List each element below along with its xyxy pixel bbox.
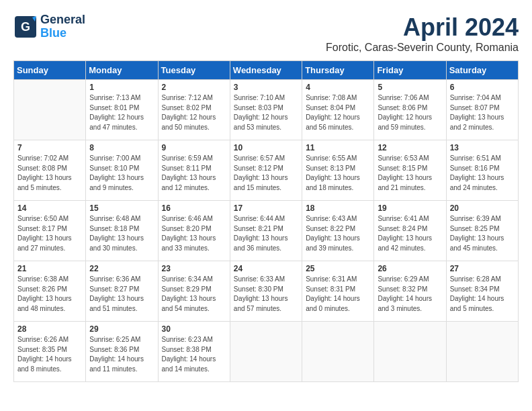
calendar-cell: 6Sunrise: 7:04 AMSunset: 8:07 PMDaylight…: [446, 80, 518, 140]
day-info: Sunrise: 6:53 AMSunset: 8:15 PMDaylight:…: [378, 154, 442, 193]
calendar-cell: 23Sunrise: 6:34 AMSunset: 8:29 PMDayligh…: [158, 261, 230, 322]
day-number: 17: [234, 203, 298, 213]
day-info: Sunrise: 6:28 AMSunset: 8:34 PMDaylight:…: [450, 275, 515, 314]
day-number: 6: [450, 83, 515, 92]
calendar-cell: 26Sunrise: 6:29 AMSunset: 8:32 PMDayligh…: [374, 261, 446, 322]
calendar-cell: 22Sunrise: 6:36 AMSunset: 8:27 PMDayligh…: [86, 261, 158, 322]
day-number: 3: [234, 83, 298, 92]
day-info: Sunrise: 6:50 AMSunset: 8:17 PMDaylight:…: [17, 214, 82, 253]
day-info: Sunrise: 6:48 AMSunset: 8:18 PMDaylight:…: [89, 214, 154, 253]
day-number: 12: [378, 143, 442, 152]
logo-text-line1: General: [40, 13, 85, 27]
calendar-cell: 10Sunrise: 6:57 AMSunset: 8:12 PMDayligh…: [230, 140, 302, 201]
calendar-cell: 30Sunrise: 6:23 AMSunset: 8:38 PMDayligh…: [158, 322, 230, 382]
calendar-week-3: 14Sunrise: 6:50 AMSunset: 8:17 PMDayligh…: [14, 201, 519, 261]
logo-icon: G: [13, 15, 38, 39]
weekday-header-monday: Monday: [86, 61, 158, 80]
day-number: 15: [89, 203, 154, 213]
weekday-header-sunday: Sunday: [14, 61, 86, 80]
day-info: Sunrise: 6:26 AMSunset: 8:35 PMDaylight:…: [17, 335, 82, 374]
day-number: 5: [378, 83, 442, 92]
day-number: 28: [17, 324, 82, 334]
day-info: Sunrise: 6:31 AMSunset: 8:31 PMDaylight:…: [306, 275, 370, 314]
calendar-cell: 15Sunrise: 6:48 AMSunset: 8:18 PMDayligh…: [86, 201, 158, 261]
calendar-cell: 17Sunrise: 6:44 AMSunset: 8:21 PMDayligh…: [230, 201, 302, 261]
calendar-cell: 8Sunrise: 7:00 AMSunset: 8:10 PMDaylight…: [86, 140, 158, 201]
day-number: 10: [234, 143, 298, 152]
weekday-header-thursday: Thursday: [302, 61, 374, 80]
weekday-header-saturday: Saturday: [446, 61, 518, 80]
svg-text:G: G: [21, 20, 30, 34]
day-number: 2: [162, 83, 226, 92]
calendar-cell: 2Sunrise: 7:12 AMSunset: 8:02 PMDaylight…: [158, 80, 230, 140]
day-number: 19: [378, 203, 442, 213]
calendar-cell: 9Sunrise: 6:59 AMSunset: 8:11 PMDaylight…: [158, 140, 230, 201]
main-title: April 2024: [326, 13, 519, 42]
calendar-cell: [14, 80, 86, 140]
calendar-cell: 25Sunrise: 6:31 AMSunset: 8:31 PMDayligh…: [302, 261, 374, 322]
day-info: Sunrise: 6:41 AMSunset: 8:24 PMDaylight:…: [378, 214, 442, 253]
weekday-header-friday: Friday: [374, 61, 446, 80]
day-info: Sunrise: 6:29 AMSunset: 8:32 PMDaylight:…: [378, 275, 442, 314]
day-info: Sunrise: 6:44 AMSunset: 8:21 PMDaylight:…: [234, 214, 298, 253]
day-info: Sunrise: 6:57 AMSunset: 8:12 PMDaylight:…: [234, 154, 298, 193]
day-info: Sunrise: 6:39 AMSunset: 8:25 PMDaylight:…: [450, 214, 515, 253]
calendar-cell: 16Sunrise: 6:46 AMSunset: 8:20 PMDayligh…: [158, 201, 230, 261]
day-number: 8: [89, 143, 154, 152]
day-info: Sunrise: 6:25 AMSunset: 8:36 PMDaylight:…: [89, 335, 154, 374]
day-number: 4: [306, 83, 370, 92]
day-number: 1: [89, 83, 154, 92]
calendar-cell: [446, 322, 518, 382]
day-info: Sunrise: 6:33 AMSunset: 8:30 PMDaylight:…: [234, 275, 298, 314]
calendar-cell: 19Sunrise: 6:41 AMSunset: 8:24 PMDayligh…: [374, 201, 446, 261]
calendar-cell: [230, 322, 302, 382]
calendar-cell: [302, 322, 374, 382]
day-number: 11: [306, 143, 370, 152]
day-number: 22: [89, 264, 154, 273]
day-number: 25: [306, 264, 370, 273]
day-info: Sunrise: 6:59 AMSunset: 8:11 PMDaylight:…: [162, 154, 226, 193]
day-info: Sunrise: 7:02 AMSunset: 8:08 PMDaylight:…: [17, 154, 82, 193]
logo: G General Blue: [13, 13, 85, 40]
day-number: 7: [17, 143, 82, 152]
calendar-cell: 27Sunrise: 6:28 AMSunset: 8:34 PMDayligh…: [446, 261, 518, 322]
day-number: 14: [17, 203, 82, 213]
subtitle: Forotic, Caras-Severin County, Romania: [326, 42, 519, 54]
logo-text-line2: Blue: [40, 27, 85, 40]
day-info: Sunrise: 7:12 AMSunset: 8:02 PMDaylight:…: [162, 93, 226, 132]
calendar-cell: 18Sunrise: 6:43 AMSunset: 8:22 PMDayligh…: [302, 201, 374, 261]
day-info: Sunrise: 7:10 AMSunset: 8:03 PMDaylight:…: [234, 93, 298, 132]
calendar-cell: 28Sunrise: 6:26 AMSunset: 8:35 PMDayligh…: [14, 322, 86, 382]
calendar-cell: 24Sunrise: 6:33 AMSunset: 8:30 PMDayligh…: [230, 261, 302, 322]
day-number: 13: [450, 143, 515, 152]
calendar-cell: 4Sunrise: 7:08 AMSunset: 8:04 PMDaylight…: [302, 80, 374, 140]
day-info: Sunrise: 6:34 AMSunset: 8:29 PMDaylight:…: [162, 275, 226, 314]
day-info: Sunrise: 7:04 AMSunset: 8:07 PMDaylight:…: [450, 93, 515, 132]
calendar-table: SundayMondayTuesdayWednesdayThursdayFrid…: [13, 60, 519, 382]
day-info: Sunrise: 6:23 AMSunset: 8:38 PMDaylight:…: [162, 335, 226, 374]
day-info: Sunrise: 6:55 AMSunset: 8:13 PMDaylight:…: [306, 154, 370, 193]
calendar-cell: 13Sunrise: 6:51 AMSunset: 8:16 PMDayligh…: [446, 140, 518, 201]
calendar-cell: [374, 322, 446, 382]
calendar-week-4: 21Sunrise: 6:38 AMSunset: 8:26 PMDayligh…: [14, 261, 519, 322]
day-number: 9: [162, 143, 226, 152]
calendar-week-1: 1Sunrise: 7:13 AMSunset: 8:01 PMDaylight…: [14, 80, 519, 140]
day-info: Sunrise: 6:51 AMSunset: 8:16 PMDaylight:…: [450, 154, 515, 193]
day-number: 20: [450, 203, 515, 213]
day-number: 16: [162, 203, 226, 213]
day-number: 21: [17, 264, 82, 273]
page-header: G General Blue April 2024 Forotic, Caras…: [13, 13, 519, 54]
day-info: Sunrise: 7:08 AMSunset: 8:04 PMDaylight:…: [306, 93, 370, 132]
day-number: 23: [162, 264, 226, 273]
day-number: 30: [162, 324, 226, 334]
day-info: Sunrise: 7:00 AMSunset: 8:10 PMDaylight:…: [89, 154, 154, 193]
calendar-week-5: 28Sunrise: 6:26 AMSunset: 8:35 PMDayligh…: [14, 322, 519, 382]
calendar-cell: 14Sunrise: 6:50 AMSunset: 8:17 PMDayligh…: [14, 201, 86, 261]
calendar-cell: 20Sunrise: 6:39 AMSunset: 8:25 PMDayligh…: [446, 201, 518, 261]
day-number: 27: [450, 264, 515, 273]
day-number: 26: [378, 264, 442, 273]
day-info: Sunrise: 6:46 AMSunset: 8:20 PMDaylight:…: [162, 214, 226, 253]
weekday-header-row: SundayMondayTuesdayWednesdayThursdayFrid…: [14, 61, 519, 80]
day-info: Sunrise: 6:43 AMSunset: 8:22 PMDaylight:…: [306, 214, 370, 253]
calendar-cell: 5Sunrise: 7:06 AMSunset: 8:06 PMDaylight…: [374, 80, 446, 140]
